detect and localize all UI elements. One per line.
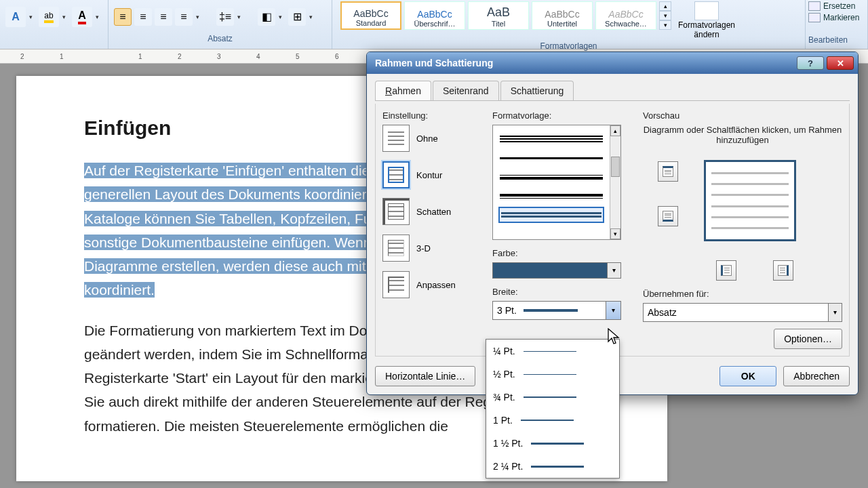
align-justify-btn[interactable]: ≡	[175, 8, 193, 26]
shading-btn[interactable]: ◧	[258, 8, 275, 26]
apply-value: Absatz	[648, 307, 677, 318]
styles-down[interactable]: ▾	[659, 11, 671, 20]
ribbon-group-font-label	[5, 32, 102, 47]
cancel-button[interactable]: Abbrechen	[783, 366, 850, 386]
width-opt-05[interactable]: ½ Pt.	[486, 363, 619, 386]
highlight-btn[interactable]: ab	[39, 7, 59, 27]
style-standard[interactable]: AaBbCcStandard	[340, 1, 401, 30]
color-label: Farbe:	[492, 248, 635, 258]
close-button[interactable]: ✕	[827, 56, 854, 70]
width-opt-075[interactable]: ¾ Pt.	[486, 386, 619, 409]
font-color-btn-a[interactable]: A	[5, 7, 26, 27]
style-heading[interactable]: AaBbCcÜberschrif…	[404, 1, 465, 30]
width-dropdown-list: ¼ Pt. ½ Pt. ¾ Pt. 1 Pt. 1 ½ Pt. 2 ¼ Pt.	[486, 339, 620, 479]
setting-3d[interactable]: 3-D	[382, 235, 484, 262]
styles-up[interactable]: ▴	[659, 1, 671, 11]
ribbon: A▾ ab▾ A▾ ≡ ≡ ≡ ≡▾ ‡≡▾ ◧▾ ⊞▾ Absatz AaBb…	[0, 0, 868, 49]
options-button[interactable]: Optionen…	[774, 329, 842, 349]
width-dropdown-icon[interactable]: ▾	[606, 302, 620, 319]
style-subtitle[interactable]: AaBbCcUntertitel	[532, 1, 593, 30]
apply-label: Übernehmen für:	[643, 289, 842, 299]
style-scroll-up[interactable]: ▴	[610, 125, 620, 136]
setting-anpassen[interactable]: Anpassen	[382, 271, 484, 298]
style-scroll-down[interactable]: ▾	[610, 228, 620, 239]
width-opt-025[interactable]: ¼ Pt.	[486, 340, 619, 363]
line-spacing-btn[interactable]: ‡≡	[216, 8, 234, 26]
styles-more[interactable]: ▾	[659, 20, 671, 30]
border-bottom-toggle[interactable]	[658, 206, 678, 226]
style-listbox[interactable]: ▴ ▾	[492, 125, 621, 240]
change-styles-btn[interactable]: Formatvorlagen ändern	[674, 1, 739, 39]
ribbon-group-edit-label: Bearbeiten	[808, 33, 865, 47]
tab-seitenrand[interactable]: Seitenrand	[433, 81, 499, 100]
preview-box[interactable]	[704, 160, 796, 241]
border-right-toggle[interactable]	[773, 260, 793, 281]
align-left-btn[interactable]: ≡	[114, 8, 132, 26]
color-swatch	[492, 262, 608, 279]
preview-hint: Diagramm oder Schaltflächen klicken, um …	[643, 125, 842, 145]
apply-combo[interactable]: Absatz ▾	[643, 303, 842, 322]
font-color-btn[interactable]: A	[72, 7, 92, 27]
ribbon-group-styles-label: Formatvorlagen	[338, 39, 800, 53]
setting-kontur[interactable]: Kontur	[382, 161, 484, 188]
preview-label: Vorschau	[643, 110, 842, 121]
select-btn[interactable]: Markieren	[808, 13, 865, 22]
dialog-titlebar[interactable]: Rahmen und Schattierung ? ✕	[367, 52, 858, 74]
apply-dropdown-icon[interactable]: ▾	[828, 304, 842, 321]
tab-schattierung[interactable]: Schattierung	[500, 81, 574, 100]
ok-button[interactable]: OK	[719, 366, 776, 386]
width-opt-225[interactable]: 2 ¼ Pt.	[486, 455, 619, 478]
width-opt-15[interactable]: 1 ½ Pt.	[486, 432, 619, 455]
align-center-btn[interactable]: ≡	[134, 8, 152, 26]
dialog-title: Rahmen und Schattierung	[375, 58, 493, 68]
width-label: Breite:	[492, 287, 635, 297]
horizontal-line-button[interactable]: Horizontale Linie…	[375, 366, 475, 386]
width-value: 3 Pt.	[497, 305, 517, 316]
width-combo[interactable]: 3 Pt. ▾	[492, 301, 621, 320]
setting-schatten[interactable]: Schatten	[382, 198, 484, 225]
replace-btn[interactable]: Ersetzen	[808, 1, 865, 11]
border-top-toggle[interactable]	[658, 161, 678, 182]
help-button[interactable]: ?	[797, 56, 824, 70]
border-left-toggle[interactable]	[716, 260, 736, 281]
style-weak[interactable]: AaBbCcSchwache…	[595, 1, 656, 30]
borders-btn[interactable]: ⊞	[288, 8, 306, 26]
style-title[interactable]: AaBTitel	[468, 1, 529, 30]
setting-ohne[interactable]: Ohne	[382, 125, 484, 152]
format-label: Formatvorlage:	[492, 110, 635, 121]
ribbon-group-paragraph-label: Absatz	[114, 32, 326, 47]
dialog-tabs: RRahmenahmen Seitenrand Schattierung	[375, 81, 850, 101]
align-right-btn[interactable]: ≡	[155, 8, 172, 26]
style-scroll-thumb[interactable]	[611, 157, 620, 177]
color-dropdown-icon[interactable]: ▾	[608, 262, 621, 279]
settings-label: Einstellung:	[382, 110, 484, 121]
color-picker[interactable]: ▾	[492, 262, 621, 279]
width-opt-1[interactable]: 1 Pt.	[486, 409, 619, 432]
tab-rahmen[interactable]: RRahmenahmen	[375, 81, 431, 100]
